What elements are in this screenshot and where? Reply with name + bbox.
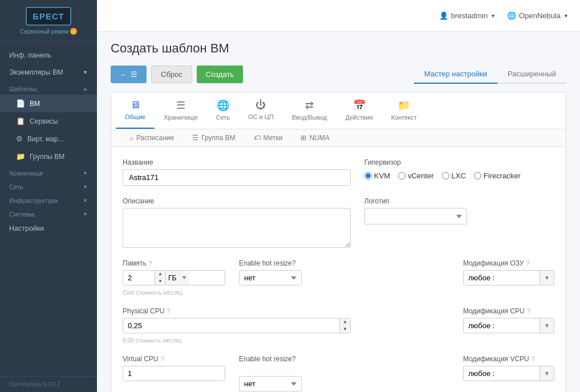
collapse-icon: ▼ [83,211,88,217]
collapse-icon: ▼ [83,184,88,190]
form-panel: 🖥 Общие ☰ Хранилище 🌐 Сеть ⏻ ОС и ЦП ⇄ [111,92,566,392]
reset-button[interactable]: Сброс [151,66,192,83]
sidebar-item-settings[interactable]: Настройки [0,220,97,237]
radio-lxc[interactable]: LXC [442,172,466,180]
tab-label: Сеть [216,114,230,121]
sidebar-item-dashboard[interactable]: Инф. панель [0,47,97,64]
sidebar-nav: Инф. панель Экземпляры ВМ ▼ Шаблоны ▲ 📄 … [0,42,97,376]
sidebar-item-label: Сервисы [30,117,58,125]
vcpu-hot-resize-select[interactable]: нет да [239,376,302,391]
form-group-hypervisor: Гипервизор KVM vCenter [364,158,554,186]
cpu-mod-input[interactable] [464,318,540,333]
form-group-vcpu-hot-resize: Enable hot resize? нет да [239,355,319,391]
tab-io[interactable]: ⇄ Ввод/Вывод [283,92,336,129]
vcpu-mod-help-icon[interactable]: ? [532,356,535,362]
memory-help-icon[interactable]: ? [149,260,152,267]
username-label: brestadmin [451,11,488,20]
context-icon: 📁 [398,99,410,112]
desc-input[interactable] [123,208,351,248]
sub-tab-label: Метки [263,134,283,142]
physical-cpu-help-icon[interactable]: ? [167,308,170,315]
sidebar-section-system[interactable]: Система ▼ [0,206,97,220]
form-group-desc: Описание [123,197,351,248]
sidebar-item-vm[interactable]: 📄 ВМ [0,95,97,112]
schedule-icon: ⌕ [129,134,133,142]
tab-context[interactable]: 📁 Контекст [382,92,426,129]
vcpu-input[interactable] [123,366,225,381]
form-group-hot-resize-memory: Enable hot resize? нет да [239,259,319,296]
memory-mod-label: Модификация ОЗУ ? [463,259,554,267]
tab-master[interactable]: Мастер настройки [414,65,497,84]
list-button[interactable]: ← ☰ [111,66,147,83]
cpu-mod-select-wrap: ▼ [463,318,554,333]
sidebar-item-virt[interactable]: ⚙ Вирт. мар... [0,130,97,148]
info-icon[interactable]: i [70,28,77,35]
form-row-desc-logo: Описание Логотип [123,197,554,248]
network-icon: 🌐 [217,99,229,112]
cpu-mod-arrow-icon: ▼ [540,318,554,333]
cpu-mod-help-icon[interactable]: ? [527,308,530,315]
form-row-cpu: Physical CPU ? ▲ ▼ 0,00 Стоим [123,307,554,344]
form-group-name: Название [123,158,351,186]
sub-tab-group-vm[interactable]: ☰ Группа ВМ [183,129,244,146]
desc-label: Описание [123,197,351,205]
sub-tabs: ⌕ Расписание ☰ Группа ВМ 🏷 Метки ⊞ NUMA [111,129,566,147]
radio-vcenter[interactable]: vCenter [398,172,434,180]
form-row-memory: Память ? ▲ ▼ ГБ МБ [123,259,554,296]
sidebar-section-network[interactable]: Сеть ▼ [0,179,97,193]
logo-select[interactable] [364,208,467,224]
form-group-vcpu: Virtual CPU ? ▲ ▼ [123,355,225,391]
tab-storage[interactable]: ☰ Хранилище [155,92,206,129]
memory-up-button[interactable]: ▲ [155,271,165,278]
logo-sub: Сервисный режим i [20,28,77,35]
sidebar-section-templates[interactable]: Шаблоны ▲ [0,81,97,95]
memory-unit-select[interactable]: ГБ МБ [165,271,189,285]
sub-tab-label: Расписание [136,134,174,142]
vcpu-hot-resize-label: Enable hot resize? [239,355,319,363]
memory-mod-arrow-icon: ▼ [540,271,554,285]
content-area: Создать шаблон ВМ ← ☰ Сброс Создать Маст… [97,32,580,392]
cpu-down-button[interactable]: ▼ [340,326,350,333]
tab-general[interactable]: 🖥 Общие [116,92,155,129]
radio-firecracker[interactable]: Firecracker [474,172,521,180]
cpu-up-button[interactable]: ▲ [340,318,350,326]
sub-tab-tags[interactable]: 🏷 Метки [245,129,292,146]
vm-file-icon: 📄 [16,99,25,108]
memory-mod-input[interactable] [464,271,540,285]
memory-input[interactable] [123,271,155,285]
vcenter-label: vCenter [408,172,434,180]
tab-os-cpu[interactable]: ⏻ ОС и ЦП [239,92,283,129]
form-group-memory-mod: Модификация ОЗУ ? ▼ [463,259,554,296]
vcpu-mod-input[interactable] [464,366,540,381]
memory-mod-select-wrap: ▼ [463,270,554,285]
memory-mod-help-icon[interactable]: ? [526,260,530,267]
hot-resize-memory-select[interactable]: нет да [239,270,302,285]
view-tabs: Мастер настройки Расширенный [414,65,566,84]
sidebar-item-instances[interactable]: Экземпляры ВМ ▼ [0,64,97,81]
form-group-logo: Логотип [364,197,554,248]
memory-down-button[interactable]: ▼ [155,278,165,285]
lxc-label: LXC [452,172,466,180]
tab-advanced[interactable]: Расширенный [497,65,566,84]
group-vm-icon: ☰ [192,134,198,142]
vcpu-help-icon[interactable]: ? [160,356,164,362]
tab-network[interactable]: 🌐 Сеть [207,92,239,129]
name-input[interactable] [123,169,351,186]
sub-tab-numa[interactable]: ⊞ NUMA [291,129,338,146]
radio-kvm[interactable]: KVM [364,172,390,180]
topbar-cloud[interactable]: 🌐 OpenNebula ▼ [507,11,569,20]
sidebar-section-label: Хранилище [9,170,43,177]
topbar-user[interactable]: 👤 brestadmin ▼ [439,11,496,20]
vcpu-mod-label: Модификация VCPU ? [463,355,554,363]
sidebar-item-groups-vm[interactable]: 📁 Группы ВМ [0,148,97,165]
sidebar-item-services[interactable]: 📋 Сервисы [0,112,97,130]
create-button[interactable]: Создать [197,66,243,83]
sub-tab-label: NUMA [309,134,329,142]
vcpu-mod-select-wrap: ▼ [463,366,554,381]
collapse-icon: ▼ [83,170,88,176]
tab-actions[interactable]: 📅 Действия [336,92,382,129]
physical-cpu-input[interactable] [123,318,339,333]
sidebar-section-storage[interactable]: Хранилище ▼ [0,165,97,179]
sidebar-section-infra[interactable]: Инфраструктура ▼ [0,193,97,206]
sub-tab-schedule[interactable]: ⌕ Расписание [120,129,183,146]
